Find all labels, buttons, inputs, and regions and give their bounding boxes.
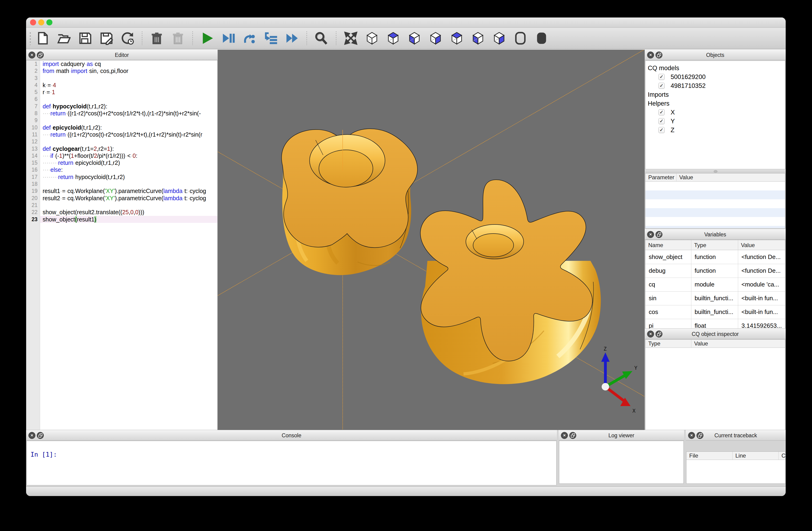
visibility-checkbox[interactable]: ✓ [658, 109, 665, 115]
code-line[interactable]: 21 [26, 201, 217, 209]
code-line[interactable]: 10def·epicycloid(t,r1,r2): [26, 124, 217, 131]
code-line[interactable]: 8····return·((r1-r2)*cos(t)+r2*cos(r1/r2… [26, 110, 217, 117]
delete-button[interactable] [149, 31, 164, 45]
line-number: 7 [26, 103, 38, 110]
code-line[interactable]: 5r·=·1 [26, 88, 217, 96]
view-iso-button[interactable] [365, 31, 379, 45]
visibility-checkbox[interactable]: ✓ [658, 127, 665, 133]
line-number: 9 [26, 117, 38, 124]
tree-group-cq-models[interactable]: CQ models [646, 64, 785, 72]
column-header-value[interactable]: Value [676, 173, 785, 182]
view-right-button[interactable] [492, 31, 506, 45]
view-top-button[interactable] [386, 31, 401, 45]
save-button[interactable] [78, 31, 92, 45]
view-front-button[interactable] [429, 31, 443, 45]
view-left-button[interactable] [471, 31, 485, 45]
zoom-window-button[interactable] [46, 19, 53, 25]
new-file-button[interactable] [35, 31, 50, 45]
visibility-checkbox[interactable]: ✓ [658, 118, 665, 124]
gear-model-result1[interactable] [281, 129, 417, 275]
code-line[interactable]: 6 [26, 96, 217, 102]
column-header-file[interactable]: File [686, 452, 733, 460]
step-button[interactable] [243, 31, 257, 45]
debug-button[interactable] [221, 31, 236, 45]
visibility-checkbox[interactable]: ✓ [658, 74, 665, 80]
variable-cell: function [691, 250, 738, 264]
column-header-value[interactable]: Value [738, 240, 785, 250]
code-line[interactable]: 17········return·hypocycloid(t,r1,r2) [26, 173, 217, 180]
visibility-checkbox[interactable]: ✓ [658, 83, 665, 89]
variable-row[interactable]: sinbuiltin_functi...<built-in fun... [646, 291, 785, 305]
tree-item-y[interactable]: ✓Y [646, 117, 785, 126]
view-right-icon [492, 31, 506, 45]
code-line[interactable]: 15········return·epicycloid(t,r1,r2) [26, 159, 217, 166]
code-line[interactable]: 12 [26, 138, 217, 145]
tree-group-helpers[interactable]: Helpers [646, 99, 785, 108]
tree-group-imports[interactable]: Imports [646, 90, 785, 99]
reload-button[interactable] [120, 31, 135, 45]
code-line[interactable]: 19result1·=·cq.Workplane('XY').parametri… [26, 187, 217, 194]
code-line[interactable]: 14····if·(-1)**(1+floor(t/2/pi*(r1/r2)))… [26, 152, 217, 159]
delete-all-button[interactable] [171, 31, 185, 45]
open-file-button[interactable] [57, 31, 71, 45]
code-line[interactable]: 22show_object(result2.translate((25,0,0)… [26, 209, 217, 215]
code-line[interactable]: 1import·cadquery·as·cq [26, 60, 217, 67]
column-header-code[interactable]: Code [779, 452, 786, 460]
3d-viewport[interactable]: Z Y X [218, 50, 645, 430]
variable-cell: cos [646, 305, 691, 319]
line-number: 3 [26, 74, 38, 82]
tree-item-label: 5001629200 [671, 73, 706, 81]
variable-row[interactable]: pifloat3.141592653... [646, 319, 785, 329]
display-shaded-button[interactable] [534, 31, 549, 45]
minimize-window-button[interactable] [38, 19, 44, 25]
z-axis-arrow [601, 352, 610, 362]
code-line[interactable]: 23show_object(result1) [26, 216, 217, 223]
save-as-button[interactable] [99, 31, 113, 45]
panel-splitter[interactable] [645, 169, 786, 173]
code-line[interactable]: 2from·math·import·sin,·cos,pi,floor [26, 67, 217, 74]
column-header-line[interactable]: Line [733, 452, 779, 460]
search-button[interactable] [314, 31, 329, 45]
column-header-name[interactable]: Name [646, 240, 691, 250]
column-header-value[interactable]: Value [691, 340, 785, 348]
column-header-type[interactable]: Type [646, 340, 691, 348]
code-editor[interactable]: 1import·cadquery·as·cq2from·math·import·… [26, 60, 218, 430]
code-line[interactable]: 7def·hypocycloid(t,r1,r2): [26, 103, 217, 110]
tree-item-x[interactable]: ✓X [646, 108, 785, 117]
code-line[interactable]: 11····return·((r1+r2)*cos(t)-r2*cos(r1/r… [26, 131, 217, 138]
tree-item-5001629200[interactable]: ✓5001629200 [646, 72, 785, 81]
code-line[interactable]: 4k·=·4 [26, 82, 217, 88]
gear-model-result2[interactable] [420, 180, 601, 384]
render-icon [201, 31, 214, 45]
variables-table[interactable]: NameTypeValue show_objectfunction<functi… [645, 240, 785, 329]
fit-view-button[interactable] [344, 31, 358, 45]
objects-tree[interactable]: CQ models✓5001629200✓4981710352ImportsHe… [645, 60, 785, 169]
variable-row[interactable]: show_objectfunction<function De... [646, 250, 785, 264]
code-line[interactable]: 16····else: [26, 166, 217, 173]
code-line[interactable]: 13def·cyclogear(t,r1=2,r2=1): [26, 145, 217, 152]
step-next-button[interactable] [264, 31, 278, 45]
variable-cell: pi [646, 319, 691, 329]
panel-title: Current traceback [686, 430, 786, 441]
toolbar-drag-handle[interactable] [29, 31, 31, 45]
line-number: 2 [26, 67, 38, 74]
code-line[interactable]: 9 [26, 117, 217, 124]
variable-row[interactable]: debugfunction<function De... [646, 264, 785, 278]
tree-item-z[interactable]: ✓Z [646, 126, 785, 135]
code-line[interactable]: 18 [26, 180, 217, 187]
view-back-button[interactable] [450, 31, 464, 45]
tree-item-4981710352[interactable]: ✓4981710352 [646, 81, 785, 90]
console-input-area[interactable]: In [1]: [27, 441, 556, 485]
render-button[interactable] [200, 31, 215, 45]
code-line[interactable]: 20result2·=·cq.Workplane('XY').parametri… [26, 195, 217, 201]
column-header-parameter[interactable]: Parameter [646, 173, 676, 182]
continue-button[interactable] [285, 31, 299, 45]
display-wireframe-button[interactable] [513, 31, 527, 45]
variable-row[interactable]: cosbuiltin_functi...<built-in fun... [646, 305, 785, 319]
close-window-button[interactable] [30, 19, 36, 25]
variable-row[interactable]: cqmodule<module 'ca... [646, 278, 785, 292]
code-line[interactable]: 3 [26, 74, 217, 82]
objects-panel-header: ✕ Objects [645, 50, 786, 60]
view-bottom-button[interactable] [407, 31, 422, 45]
column-header-type[interactable]: Type [691, 240, 738, 250]
